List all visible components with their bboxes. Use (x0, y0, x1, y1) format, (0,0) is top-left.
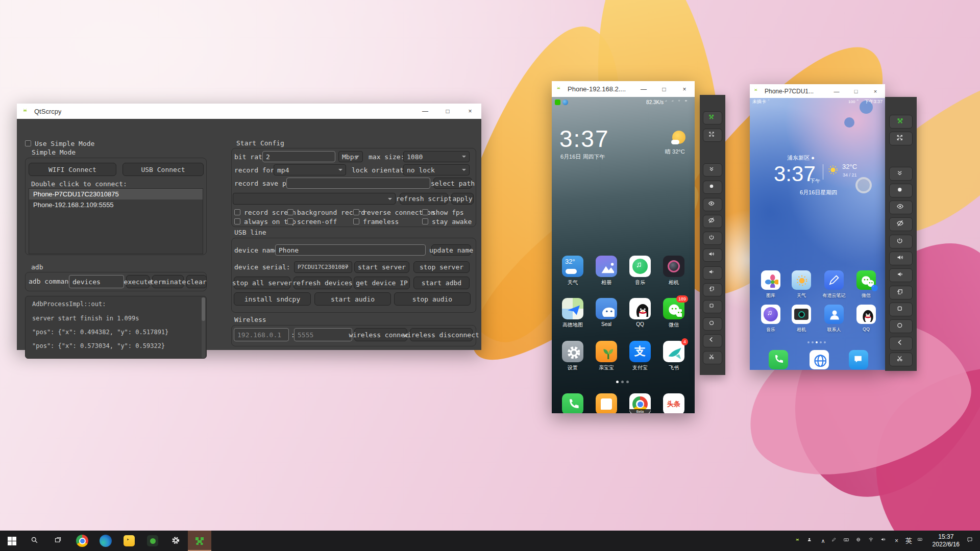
phone2-screen[interactable]: 未插卡 100 下午3:37 浦东新区 ● 3:37 下午 32°C 34 / … (750, 98, 885, 370)
show-fps-checkbox-row[interactable]: show fps (422, 209, 464, 216)
tray-pen-icon[interactable] (829, 531, 842, 551)
update-name-button[interactable]: update name (431, 244, 471, 256)
adb-command-input[interactable] (69, 275, 124, 288)
home-button[interactable] (703, 317, 722, 331)
app-icon-camera2[interactable] (792, 305, 811, 324)
stay-awake-checkbox[interactable] (422, 218, 428, 224)
app-switch-button[interactable] (703, 300, 722, 313)
close-button[interactable]: × (459, 104, 481, 119)
frameless-checkbox-row[interactable]: frameless (353, 218, 399, 225)
tray-volume-icon[interactable] (878, 531, 891, 551)
start-adbd-button[interactable]: start adbd (413, 277, 470, 289)
tray-contacts-icon[interactable] (805, 531, 817, 551)
maximize-button[interactable]: □ (436, 104, 459, 119)
record-save-path-input[interactable] (286, 178, 430, 189)
app-icon-seal[interactable] (596, 298, 617, 319)
stop-audio-button[interactable]: stop audio (394, 292, 471, 306)
use-simple-mode-checkbox-row[interactable]: Use Simple Mode (25, 140, 94, 147)
app-icon-qinbaobao[interactable] (596, 341, 617, 362)
volume-down-button[interactable] (703, 266, 722, 280)
tray-show-hidden-icons-chevron[interactable]: ∧ (817, 531, 829, 551)
ime-mode-icon[interactable] (915, 531, 927, 551)
app-icon-settings[interactable] (562, 341, 583, 362)
use-simple-mode-checkbox[interactable] (25, 140, 31, 146)
app-icon-qq[interactable] (629, 298, 651, 319)
tray-network-icon[interactable] (854, 531, 866, 551)
app-icon-music[interactable] (629, 256, 651, 277)
execute-button[interactable]: execute (126, 275, 150, 288)
device-list-item[interactable]: Phone-192.168.2.109:5555 (29, 199, 203, 210)
screen-off-checkbox[interactable] (287, 218, 293, 224)
app-icon-camera[interactable] (663, 256, 684, 277)
background-record-checkbox[interactable] (287, 209, 293, 215)
device-list[interactable]: Phone-P7CDU17C23010875 Phone-192.168.2.1… (29, 188, 203, 254)
touch-dot-button[interactable] (889, 184, 913, 197)
always-on-top-checkbox[interactable] (234, 218, 240, 224)
stay-awake-checkbox-row[interactable]: stay awake (422, 218, 472, 225)
back-button[interactable] (703, 334, 722, 347)
stop-all-server-button[interactable]: stop all server (234, 277, 290, 289)
wireless-port-input[interactable] (294, 328, 352, 341)
app-logo-button[interactable] (889, 115, 913, 129)
app-icon-music2[interactable] (761, 305, 780, 324)
home-button[interactable] (889, 319, 913, 333)
device-serial-dropdown[interactable]: P7CDU17C2301087 (294, 261, 352, 273)
dock-icon-messages2[interactable] (849, 350, 868, 369)
ime-language-indicator[interactable]: 英 (903, 531, 915, 551)
apply-button[interactable]: apply (451, 193, 474, 205)
frameless-checkbox[interactable] (353, 218, 359, 224)
app-logo-button[interactable] (703, 111, 722, 124)
app-icon-youdao-note[interactable] (824, 270, 844, 290)
show-fps-checkbox[interactable] (422, 209, 428, 215)
dock-icon-browser[interactable] (810, 350, 829, 369)
rotate-screen-button[interactable] (703, 283, 722, 296)
dock-icon-messaging[interactable] (596, 393, 617, 413)
volume-up-button[interactable] (889, 252, 913, 265)
app-icon-wechat2[interactable] (856, 270, 876, 290)
screen-off-checkbox-row[interactable]: screen-off (287, 218, 337, 225)
phone1-titlebar[interactable]: Phone-192.168.2.... — □ × (552, 81, 695, 97)
minimize-button[interactable]: — (633, 81, 654, 97)
screen-off-eye-button[interactable] (703, 215, 722, 228)
close-button[interactable]: × (674, 81, 695, 97)
back-button[interactable] (889, 337, 913, 350)
taskbar-settings-button[interactable] (164, 531, 188, 551)
taskbar-clock[interactable]: 15:37 2022/6/16 (927, 533, 965, 548)
expand-notification-button[interactable] (703, 163, 722, 177)
wireless-connect-button[interactable]: wireless connect (354, 328, 407, 341)
terminate-button[interactable]: terminate (152, 275, 184, 288)
start-audio-button[interactable]: start audio (314, 292, 391, 306)
install-sndcpy-button[interactable]: install sndcpy (234, 292, 311, 306)
reverse-connection-checkbox[interactable] (353, 209, 359, 215)
max-size-dropdown[interactable]: 1080 (403, 151, 470, 162)
fullscreen-button[interactable] (889, 132, 913, 145)
app-icon-feishu[interactable]: 4 (663, 341, 684, 362)
screenshot-scissors-button[interactable] (889, 353, 913, 366)
power-button[interactable] (703, 232, 722, 245)
device-name-input[interactable] (275, 244, 426, 256)
task-view-button[interactable] (47, 531, 70, 551)
app-icon-amap[interactable] (562, 298, 583, 319)
app-icon-qq2[interactable] (856, 305, 876, 324)
wireless-disconnect-button[interactable]: wireless disconnect (410, 328, 473, 341)
taskbar-qtscrcpy-button[interactable] (188, 531, 211, 551)
app-icon-gallery[interactable] (596, 256, 617, 277)
qtscrcpy-titlebar[interactable]: QtScrcpy — □ × (17, 104, 481, 119)
record-format-dropdown[interactable]: mp4 (274, 164, 346, 176)
usb-connect-button[interactable]: USB Connect (122, 163, 204, 176)
expand-notification-button[interactable] (889, 167, 913, 181)
dock-icon-chrome-beta[interactable]: Beta (629, 393, 651, 413)
volume-up-button[interactable] (703, 248, 722, 262)
log-scrollbar[interactable] (202, 297, 205, 358)
stop-server-button[interactable]: stop server (413, 261, 470, 273)
volume-down-button[interactable] (889, 268, 913, 282)
select-path-button[interactable]: select path (433, 178, 472, 189)
close-button[interactable]: × (866, 84, 885, 98)
rotate-screen-button[interactable] (889, 286, 913, 299)
notification-center-icon[interactable] (965, 531, 977, 551)
maximize-button[interactable]: □ (654, 81, 674, 97)
wireless-ip-input[interactable] (234, 328, 289, 341)
phone2-titlebar[interactable]: Phone-P7CDU1... — □ × (750, 84, 885, 98)
start-button[interactable] (0, 531, 23, 551)
bit-rate-input[interactable] (262, 151, 335, 162)
